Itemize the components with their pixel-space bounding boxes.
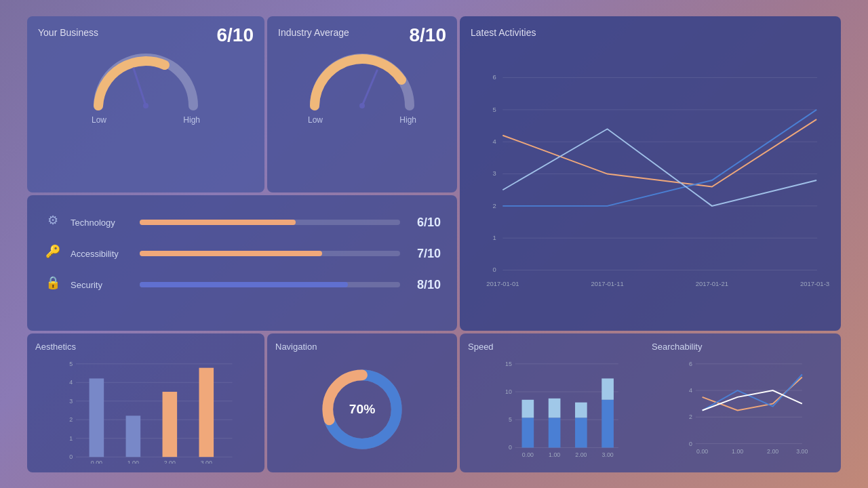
svg-line-0	[134, 68, 146, 106]
svg-text:2: 2	[493, 202, 496, 209]
security-label: Security	[71, 280, 132, 290]
svg-rect-58	[575, 418, 587, 447]
latest-activities-chart: 6 5 4 3 2 1 0 2017-01-01 2017-01-11 2017…	[471, 43, 830, 317]
industry-avg-card: Industry Average 8/10 Low High	[267, 16, 457, 192]
svg-text:4: 4	[689, 387, 692, 394]
svg-rect-55	[522, 400, 534, 418]
svg-line-2	[362, 70, 377, 106]
svg-text:70%: 70%	[349, 402, 376, 416]
svg-rect-57	[549, 399, 561, 418]
your-business-score: 6/10	[217, 24, 254, 46]
svg-text:3: 3	[493, 169, 496, 177]
gauge-high-business: High	[183, 115, 200, 125]
metric-technology: ⚙ Technology 6/10	[43, 213, 441, 232]
your-business-gauge: Low High	[38, 45, 254, 125]
svg-text:10: 10	[505, 388, 512, 395]
svg-text:3.00: 3.00	[201, 460, 212, 464]
aesthetics-card: Aesthetics 5 4 3 2 1 0 0.00	[27, 333, 264, 472]
svg-text:3: 3	[69, 398, 73, 405]
metrics-list: ⚙ Technology 6/10 🔑 Accessibility 7/10	[38, 206, 446, 313]
svg-rect-35	[126, 415, 141, 457]
svg-text:2.00: 2.00	[575, 451, 587, 458]
aesthetics-chart: 5 4 3 2 1 0 0.00 1.00 2.00 3.00	[35, 357, 256, 464]
svg-rect-54	[522, 418, 534, 447]
svg-text:1.00: 1.00	[127, 460, 139, 464]
your-business-card: Your Business 6/10 Low High	[27, 16, 264, 192]
accessibility-bar	[140, 251, 400, 256]
svg-text:2017-01-21: 2017-01-21	[696, 280, 728, 287]
svg-text:1.00: 1.00	[732, 448, 743, 455]
speed-searchability-container: Speed 15 10 5 0	[468, 342, 833, 464]
svg-text:6: 6	[689, 361, 692, 367]
svg-text:0: 0	[493, 266, 496, 273]
navigation-card: Navigation 70%	[267, 333, 457, 472]
latest-activities-title: Latest Activities	[471, 27, 830, 38]
svg-text:0.00: 0.00	[522, 451, 534, 458]
svg-rect-60	[601, 400, 614, 448]
accessibility-label: Accessibility	[71, 249, 132, 259]
dashboard: Your Business 6/10 Low High Industry Ave…	[27, 16, 841, 472]
svg-text:2017-01-31: 2017-01-31	[800, 280, 830, 287]
speed-chart: 15 10 5 0	[468, 357, 649, 464]
technology-icon: ⚙	[43, 213, 62, 232]
gauge-low-business: Low	[92, 115, 106, 125]
svg-rect-61	[601, 378, 614, 399]
speed-card: Speed 15 10 5 0	[460, 333, 841, 472]
svg-point-3	[359, 103, 365, 108]
searchability-chart: 6 4 2 0 0.00 1.00 2.00 3.00	[652, 357, 833, 464]
svg-text:2: 2	[689, 413, 692, 420]
svg-text:0.00: 0.00	[91, 460, 102, 464]
metric-accessibility: 🔑 Accessibility 7/10	[43, 244, 441, 263]
svg-rect-34	[90, 378, 104, 457]
svg-rect-37	[199, 368, 214, 457]
metrics-card: ⚙ Technology 6/10 🔑 Accessibility 7/10	[27, 195, 457, 331]
security-score: 8/10	[408, 278, 441, 292]
svg-text:4: 4	[69, 379, 73, 386]
svg-text:5: 5	[493, 106, 496, 113]
latest-activities-card: Latest Activities 6 5 4 3 2 1 0 2017-01-…	[460, 16, 841, 331]
svg-text:2017-01-11: 2017-01-11	[591, 280, 623, 287]
searchability-inner: Searchability 6 4 2 0	[652, 342, 833, 464]
gauge-svg-industry	[301, 45, 423, 113]
technology-bar	[140, 220, 400, 225]
svg-text:0: 0	[69, 453, 73, 460]
industry-gauge: Low High	[278, 45, 446, 125]
aesthetics-title: Aesthetics	[35, 342, 256, 352]
security-icon: 🔒	[43, 275, 62, 294]
svg-text:2017-01-01: 2017-01-01	[486, 280, 519, 287]
technology-score: 6/10	[408, 216, 441, 230]
svg-text:3.00: 3.00	[602, 451, 614, 458]
svg-text:0: 0	[509, 444, 512, 451]
accessibility-score: 7/10	[408, 247, 441, 261]
svg-text:15: 15	[505, 361, 512, 367]
security-bar	[140, 282, 400, 287]
svg-rect-56	[549, 418, 561, 447]
svg-text:5: 5	[509, 416, 512, 423]
searchability-title: Searchability	[652, 342, 833, 352]
svg-text:2.00: 2.00	[164, 460, 176, 464]
svg-text:0.00: 0.00	[696, 448, 708, 455]
svg-point-1	[143, 103, 149, 108]
gauge-labels-business: Low High	[92, 115, 200, 125]
industry-avg-score: 8/10	[410, 24, 447, 46]
svg-text:3.00: 3.00	[796, 448, 808, 455]
metric-security: 🔒 Security 8/10	[43, 275, 441, 294]
navigation-donut: 70%	[275, 357, 449, 461]
svg-text:2.00: 2.00	[767, 448, 778, 455]
svg-rect-59	[575, 403, 587, 418]
donut-svg: 70%	[315, 362, 410, 457]
speed-inner: Speed 15 10 5 0	[468, 342, 649, 464]
svg-text:5: 5	[69, 361, 73, 367]
technology-label: Technology	[71, 218, 132, 228]
svg-text:4: 4	[493, 138, 496, 145]
svg-text:1: 1	[69, 435, 73, 442]
navigation-title: Navigation	[275, 342, 449, 352]
accessibility-icon: 🔑	[43, 244, 62, 263]
svg-rect-36	[163, 392, 178, 457]
speed-title: Speed	[468, 342, 649, 352]
svg-text:6: 6	[493, 73, 496, 81]
gauge-svg-business	[85, 45, 207, 113]
gauge-low-industry: Low	[308, 115, 323, 125]
gauge-labels-industry: Low High	[308, 115, 416, 125]
svg-text:2: 2	[69, 416, 73, 423]
